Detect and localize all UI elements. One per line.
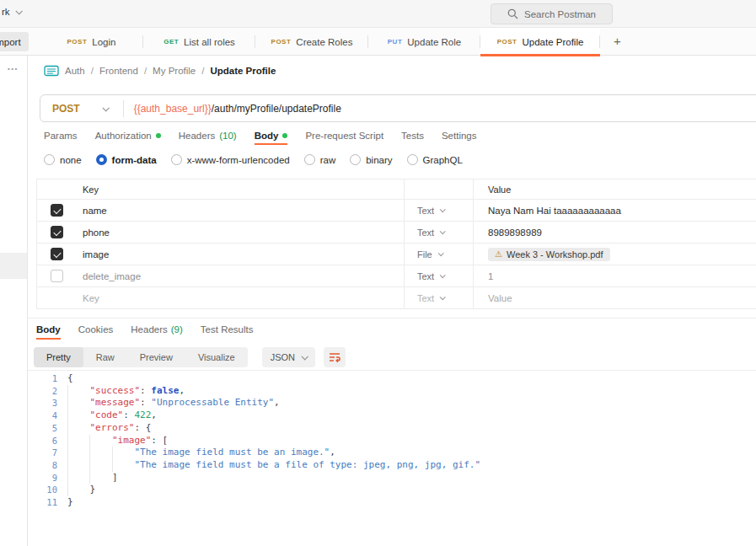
type-selector[interactable]: Text: [404, 222, 473, 243]
method-selector[interactable]: POST: [52, 103, 80, 115]
view-mode-button[interactable]: Pretty: [34, 347, 83, 367]
tab-label: Settings: [442, 131, 477, 141]
radio-icon[interactable]: [171, 154, 182, 165]
http-request-icon: [44, 65, 59, 77]
workspace-switcher[interactable]: rk: [2, 7, 21, 17]
line-number: 9: [36, 472, 57, 484]
code-line: 3 "message": "Unprocessable Entity",: [36, 397, 480, 410]
body-mode-option[interactable]: none: [44, 154, 82, 165]
request-section-tab[interactable]: Body: [255, 131, 288, 141]
type-label: Text: [417, 293, 434, 303]
type-selector[interactable]: Text: [404, 200, 473, 221]
code-content: }: [67, 496, 73, 509]
body-mode-option[interactable]: x-www-form-urlencoded: [171, 154, 290, 165]
request-tab[interactable]: POST Login: [40, 28, 143, 56]
breadcrumb-segment[interactable]: Frontend: [99, 66, 138, 76]
body-mode-option[interactable]: binary: [350, 154, 392, 165]
breadcrumb-segment[interactable]: My Profile: [153, 66, 196, 76]
breadcrumb-separator: /: [144, 66, 147, 76]
value-cell[interactable]: Value: [473, 287, 756, 308]
request-section-tab[interactable]: Headers (10): [179, 131, 237, 141]
table-row[interactable]: Key Text Value: [37, 287, 756, 309]
table-row[interactable]: delete_image Text 1: [37, 265, 756, 287]
body-mode-radios: none form-data x-www-form-urlencoded raw…: [44, 154, 463, 165]
body-mode-option[interactable]: GraphQL: [407, 154, 463, 165]
request-section-tab[interactable]: Tests: [401, 131, 424, 141]
response-tab[interactable]: Cookies: [78, 324, 114, 335]
response-tab[interactable]: Test Results: [201, 324, 254, 335]
body-mode-option[interactable]: form-data: [96, 154, 157, 165]
view-mode-button[interactable]: Preview: [127, 347, 185, 367]
key-cell[interactable]: image: [77, 249, 404, 260]
tab-label: Authorization: [95, 131, 152, 141]
global-search[interactable]: Search Postman: [491, 3, 613, 24]
file-badge[interactable]: ⚠Week 3 - Workshop.pdf: [488, 248, 610, 261]
line-number: 3: [36, 397, 57, 410]
format-selector[interactable]: JSON: [262, 347, 315, 367]
request-tab[interactable]: PUT Update Role: [368, 28, 480, 56]
row-checkbox[interactable]: [51, 248, 63, 260]
tab-label: Body: [255, 131, 279, 141]
import-button[interactable]: Import: [0, 32, 29, 51]
code-content: "image": [: [67, 435, 168, 447]
radio-icon[interactable]: [44, 154, 55, 165]
value-cell[interactable]: Naya Nam Hai taaaaaaaaaaaa: [473, 200, 756, 221]
key-cell[interactable]: name: [77, 206, 404, 216]
column-header-value: Value: [473, 179, 756, 199]
radio-label: none: [60, 155, 82, 165]
tab-label: Login: [92, 37, 115, 47]
type-selector[interactable]: File: [404, 244, 473, 265]
type-selector[interactable]: Text: [404, 287, 473, 308]
more-actions-icon[interactable]: •••: [8, 65, 19, 72]
request-tab[interactable]: GET List all roles: [143, 28, 255, 56]
code-line: 5 "errors": {: [36, 422, 480, 435]
response-tab[interactable]: Body: [36, 324, 61, 335]
radio-icon[interactable]: [304, 154, 315, 165]
radio-icon[interactable]: [96, 154, 107, 165]
view-mode-button[interactable]: Visualize: [185, 347, 248, 367]
import-button-label: Import: [0, 37, 21, 47]
wrap-lines-button[interactable]: [324, 347, 346, 367]
table-row[interactable]: name Text Naya Nam Hai taaaaaaaaaaaa: [37, 200, 756, 222]
view-mode-button[interactable]: Raw: [83, 347, 127, 367]
tab-label: Update Profile: [522, 37, 583, 47]
radio-icon[interactable]: [350, 154, 361, 165]
request-section-tabs: Params Authorization Headers (10) Body P…: [44, 131, 477, 141]
key-cell[interactable]: Key: [77, 293, 404, 303]
value-cell[interactable]: 8989898989: [473, 222, 756, 243]
tab-label: Tests: [401, 131, 424, 141]
value-cell[interactable]: 1: [473, 265, 756, 286]
search-placeholder: Search Postman: [524, 9, 596, 19]
breadcrumb-separator: /: [91, 66, 94, 76]
row-checkbox[interactable]: [51, 204, 63, 217]
code-content: {: [67, 372, 73, 385]
key-cell[interactable]: phone: [77, 228, 404, 238]
request-section-tab[interactable]: Pre-request Script: [305, 131, 383, 141]
radio-label: GraphQL: [423, 155, 463, 165]
row-checkbox[interactable]: [51, 270, 63, 282]
row-checkbox[interactable]: [51, 226, 63, 238]
table-row[interactable]: phone Text 8989898989: [37, 222, 756, 244]
request-tab[interactable]: POST Update Profile: [480, 28, 600, 56]
request-tab[interactable]: POST Create Roles: [255, 28, 368, 56]
request-section-tab[interactable]: Params: [44, 131, 78, 141]
add-tab-button[interactable]: +: [614, 34, 621, 48]
request-section-tab[interactable]: Settings: [442, 131, 477, 141]
body-mode-option[interactable]: raw: [304, 154, 336, 165]
key-cell[interactable]: delete_image: [77, 271, 404, 281]
response-tab[interactable]: Headers (9): [131, 324, 183, 335]
sidebar-selected-item[interactable]: [0, 253, 27, 279]
radio-icon[interactable]: [407, 154, 418, 165]
url-input[interactable]: {{auth_base_url}}/auth/myProfile/updateP…: [134, 103, 341, 115]
type-selector[interactable]: Text: [404, 265, 473, 286]
pane-splitter[interactable]: [28, 318, 756, 318]
code-line: 9 ]: [36, 472, 480, 484]
line-number: 5: [36, 422, 57, 435]
table-row[interactable]: image File ⚠Week 3 - Workshop.pdf: [37, 244, 756, 265]
warning-icon: ⚠: [495, 249, 502, 259]
value-cell[interactable]: ⚠Week 3 - Workshop.pdf: [473, 244, 756, 265]
breadcrumb-segment[interactable]: Auth: [65, 66, 85, 76]
url-variable: {{auth_base_url}}: [134, 103, 212, 115]
chevron-down-icon[interactable]: [102, 104, 109, 111]
request-section-tab[interactable]: Authorization: [95, 131, 161, 141]
